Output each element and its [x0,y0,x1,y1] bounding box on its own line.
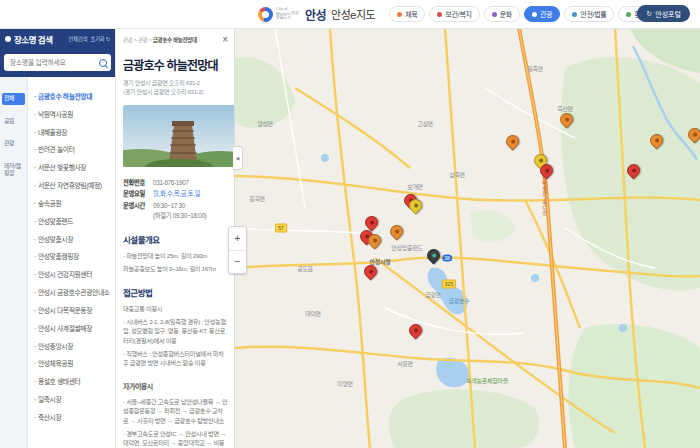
map-label: 금광면 [425,290,441,299]
category-leisure[interactable]: 레저/캠핑장 [2,161,25,180]
list-item[interactable]: 죽산시장 [34,414,111,423]
tab-welfare-icon [437,12,442,17]
refresh-icon: ↻ [646,10,652,18]
info-label: 운영요일 [123,188,153,199]
list-item[interactable]: 숲속공원 [34,200,111,209]
reset-link[interactable]: 초기화 ↻ [90,35,110,43]
list-item[interactable]: 안성체육공원 [34,360,111,369]
section-text: 하늘공중보도 높이 2~16m, 길이 167m [123,264,228,274]
category-all[interactable]: 전체 [2,93,25,105]
close-icon[interactable]: × [222,35,228,45]
info-table: 전화번호031-676-1907운영요일월,화,수,목,금,토,일운영시간09:… [123,177,228,220]
section-text: - 시내버스 2-1, 2-8(일죽행 경유) : 안성농협 앞, 성모병원 입… [123,317,228,346]
info-label: 전화번호 [123,177,153,188]
map-label: 원곡면 [249,194,265,203]
tab-culture-icon [492,12,497,17]
zoom-out-button[interactable]: − [229,251,246,274]
search-input[interactable] [8,58,99,67]
info-value: 09:30~17:30 [153,200,185,211]
road-badge: 325 [442,280,456,289]
info-row: 운영시간09:30~17:30 [123,200,228,211]
panel-collapse-button[interactable]: ◀ [233,146,243,170]
tab-safety-icon [572,12,577,17]
section-text: - 경부고속도로 안성IC → 안성시내 방면 → 대덕면, 모산로터리 → 중… [123,429,228,448]
top-header: City of Masters 안성맞춤도시 안성 안성e지도 체육보건/복지문… [0,0,700,29]
map-label: 녹색농촌체험마을 [466,376,508,385]
search-area [0,50,115,77]
category-tour[interactable]: 관광 [2,138,25,150]
category-park[interactable]: 공원 [2,116,25,128]
map-zoom-control: + − [228,226,247,274]
map-label: 공도읍 [297,264,313,273]
list-item[interactable]: 안성시 다목적운동장 [34,307,111,316]
list-item[interactable]: 안성맞춤랜드 [34,218,111,227]
list-item[interactable]: 안성맞춤캠핑장 [34,253,111,262]
map-label: 서운면 [397,359,413,368]
detail-section: 자가이용시- 서울~세종간 고속도로 남안성나들목 → 안성종합운동장 → 좌회… [123,381,228,448]
expressway-label: 평택제천고속도로 [541,176,548,216]
map-label: 고삼면 [417,119,433,128]
info-label: 운영시간 [123,200,153,211]
zoom-in-button[interactable]: + [229,227,246,251]
place-title: 금광호수 하늘전망대 [123,56,228,73]
tab-culture[interactable]: 문화 [484,6,520,22]
observatory-photo [123,105,235,167]
info-row: 전화번호031-676-1907 [123,177,228,188]
sidebar-header: 장소명 검색 전체검색 초기화 ↻ [0,28,115,50]
list-item[interactable]: 내혜홀광장 [34,129,111,138]
section-text: 대중교통 이용시 [123,304,228,314]
map-label: 죽산면 [557,104,573,113]
anseong-logo-icon [258,7,273,22]
category-column: 전체공원관광레저/캠핑장 [0,77,28,448]
map-canvas[interactable]: 평택제천고속도로 양성면원곡면공도읍고삼면보개면삼죽면일죽면죽산면금광면대덕면미… [235,28,700,448]
map-label: 미양면 [337,379,353,388]
list-item[interactable]: 일죽시장 [34,396,111,405]
app-logo[interactable]: City of Masters 안성맞춤도시 안성 안성e지도 [258,6,375,23]
map-label: 일죽면 [527,64,543,73]
search-sidebar: 장소명 검색 전체검색 초기화 ↻ 전체공원관광레저/캠핑장 금광호수 하늘전망… [0,28,115,448]
road-badge: 38 [442,255,452,262]
section-heading: 접근방법 [123,286,228,298]
list-item[interactable]: 낙원역사공원 [34,111,111,120]
map-label: 안성맞춤랜드 [391,243,422,252]
list-item[interactable]: 안성맞춤시장 [34,236,111,245]
info-row: 운영요일월,화,수,목,금,토,일 [123,188,228,199]
list-item[interactable]: 금광호수 하늘전망대 [34,93,111,102]
list-item[interactable]: 용설호 생태센터 [34,378,111,387]
map-label: 금광호수 [449,296,470,305]
tab-tour[interactable]: 관광 [524,6,560,22]
tab-welfare[interactable]: 보건/복지 [429,6,479,22]
detail-section: 접근방법대중교통 이용시- 시내버스 2-1, 2-8(일죽행 경유) : 안성… [123,286,228,368]
search-all-link[interactable]: 전체검색 [68,35,87,43]
section-heading: 자가이용시 [123,381,228,391]
detail-sections: 시설물개요- 하늘전망대 높이 25m, 길이 290m하늘공중보도 높이 2~… [123,233,228,448]
list-item[interactable]: 안성시 금광호수관광안내소 [34,289,111,298]
map-base-tiles [235,28,700,448]
section-text: - 직행버스 : 안성종합버스터미널에서 하차 후 금광면 방면 시내버스 환승… [123,349,228,368]
tab-sports-icon [397,12,402,17]
list-item[interactable]: 반려견 놀이터 [34,146,111,155]
tab-safety[interactable]: 안전/법률 [564,6,614,22]
info-value-extra: (하절기 09:30~18:00) [153,211,228,220]
search-icon[interactable] [99,59,107,67]
sidebar-title: 장소명 검색 [14,33,65,45]
info-value: 월,화,수,목,금,토,일 [153,188,200,199]
list-item[interactable]: 안성시 건강지원센터 [34,271,111,280]
list-item[interactable]: 안성중앙시장 [34,343,111,352]
list-item[interactable]: 안성시 사계절썰매장 [34,325,111,334]
detail-section: 시설물개요- 하늘전망대 높이 25m, 길이 290m하늘공중보도 높이 2~… [123,233,228,273]
portal-button[interactable]: ↻ 안성포털 [637,5,690,22]
tab-environment-icon [626,12,631,17]
map-label: 삼죽면 [449,170,465,179]
map-label: 대덕면 [305,309,321,318]
place-address: 경기 안성시 금광면 오흥리 631-2 (경기 안성시 금광면 오흥리 631… [123,79,228,97]
tab-tour-icon [532,12,537,17]
list-item[interactable]: 서운산 벚꽃행사장 [34,164,111,173]
radio-toggle-icon[interactable] [5,36,11,42]
tab-sports[interactable]: 체육 [389,6,425,22]
section-heading: 시설물개요 [123,233,228,245]
section-text: - 서울~세종간 고속도로 남안성나들목 → 안성종합운동장 → 좌회전 → 금… [123,397,228,426]
info-value: 031-676-1907 [153,177,189,188]
section-text: - 하늘전망대 높이 25m, 길이 290m [123,251,228,261]
list-item[interactable]: 서운산 자연휴양림(예정) [34,182,111,191]
